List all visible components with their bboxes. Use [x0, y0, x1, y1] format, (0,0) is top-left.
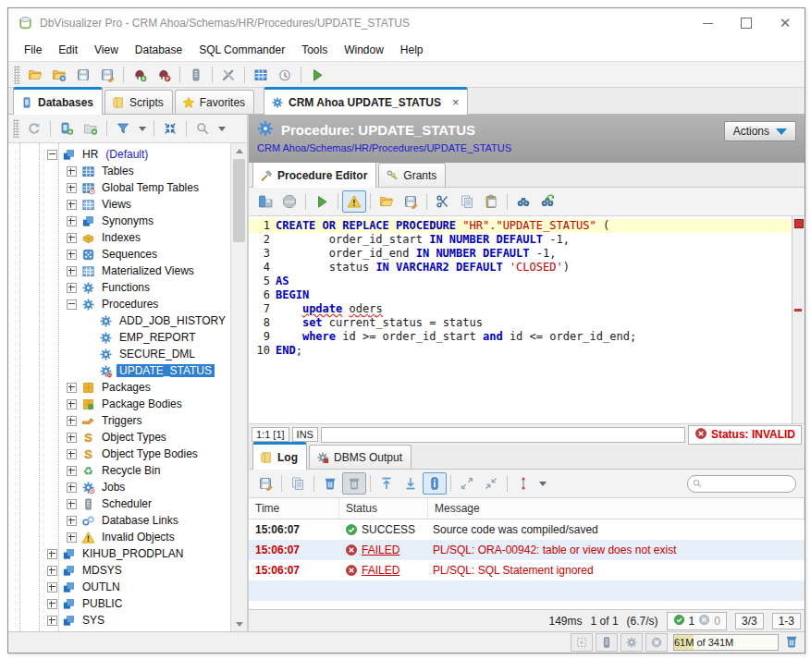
save-proc-button[interactable] [253, 190, 277, 213]
close-tab-icon[interactable]: × [452, 95, 460, 109]
menu-view[interactable]: View [86, 41, 127, 59]
menu-edit[interactable]: Edit [50, 41, 86, 59]
server-button[interactable] [184, 64, 208, 86]
collapse-icon[interactable] [67, 299, 77, 310]
log-table-header[interactable]: TimeStatusMessage [249, 498, 805, 519]
tree-item-triggers[interactable]: Triggers [8, 412, 230, 429]
search-button[interactable] [190, 117, 215, 140]
scroll-up-button[interactable] [231, 143, 247, 158]
tree-item-kihub-prodplan[interactable]: KIHUB_PRODPLAN [8, 545, 230, 562]
tab-log[interactable]: Log [252, 442, 307, 470]
menu-window[interactable]: Window [336, 41, 392, 59]
expand-icon[interactable] [67, 449, 77, 459]
tree-item-recycle-bin[interactable]: ♻Recycle Bin [8, 462, 230, 479]
tree-item-functions[interactable]: Functions [8, 279, 230, 296]
tasks-button[interactable] [621, 633, 643, 652]
breadcrumb[interactable]: CRM Ahoa/Schemas/HR/Procedures/UPDATE_ST… [257, 142, 797, 153]
column-header-time[interactable]: Time [249, 498, 339, 519]
menu-sql-commander[interactable]: SQL Commander [190, 41, 293, 59]
expand-icon[interactable] [67, 250, 77, 260]
tab-scripts[interactable]: Scripts [104, 90, 173, 114]
maximize-button[interactable] [727, 8, 766, 38]
garbage-collect-button[interactable] [784, 634, 799, 651]
tree-item-object-type-bodies[interactable]: SObject Type Bodies [8, 446, 230, 462]
log-row[interactable]: 15:06:07FAILEDPL/SQL: SQL Statement igno… [249, 560, 805, 580]
code-line[interactable]: 4 status IN VARCHAR2 DEFAULT 'CLOSED') [249, 261, 792, 275]
menu-help[interactable]: Help [392, 41, 432, 59]
tree-item-tables[interactable]: Tables [8, 163, 230, 179]
filter-button[interactable] [111, 117, 135, 140]
menu-database[interactable]: Database [127, 41, 190, 59]
collapse-all-button[interactable] [158, 117, 182, 140]
expand-icon[interactable] [67, 483, 77, 493]
tree-item-secure-dml[interactable]: SECURE_DML [8, 346, 230, 362]
tree-item-indexes[interactable]: Indexes [8, 229, 230, 246]
folder-gear-button[interactable] [47, 64, 71, 86]
tree-item-synonyms[interactable]: Synonyms [8, 213, 230, 229]
expand-icon[interactable] [47, 566, 57, 576]
scrollbar-thumb[interactable] [233, 159, 245, 242]
tree-item-outln[interactable]: OUTLN [8, 579, 230, 595]
disconnect-button[interactable] [152, 64, 176, 86]
marker-button[interactable] [511, 472, 535, 495]
expand-button[interactable] [455, 472, 479, 495]
warn-button[interactable] [342, 190, 366, 213]
conn-new-button[interactable] [55, 117, 79, 140]
expand-icon[interactable] [67, 466, 77, 476]
tab-grants[interactable]: Grants [378, 163, 446, 187]
trash-blue-button[interactable] [318, 472, 342, 495]
to-top-button[interactable] [375, 472, 399, 495]
code-line[interactable]: 1CREATE OR REPLACE PROCEDURE "HR"."UPDAT… [249, 219, 792, 233]
dropdown-caret-icon[interactable] [218, 127, 226, 131]
tree-item-invalid-objects[interactable]: Invalid Objects [8, 529, 230, 545]
to-bottom-button[interactable] [399, 472, 423, 495]
memory-gauge[interactable]: 61M of 341M [673, 634, 779, 651]
code-line[interactable]: 5AS [249, 275, 792, 288]
expand-icon[interactable] [67, 516, 77, 526]
find-button[interactable] [511, 190, 535, 213]
save-edit-button[interactable] [253, 472, 277, 495]
tools-button[interactable] [216, 64, 240, 86]
tree-item-procedures[interactable]: Procedures [8, 296, 230, 312]
log-search-box[interactable] [687, 475, 796, 493]
tab-favorites[interactable]: Favorites [175, 90, 254, 114]
log-row[interactable]: 15:06:07FAILEDPL/SQL: ORA-00942: table o… [249, 540, 805, 560]
collapse-button[interactable] [479, 472, 503, 495]
connections-button[interactable] [596, 633, 618, 652]
expand-icon[interactable] [67, 166, 77, 177]
refresh-button[interactable] [22, 117, 46, 140]
folder-open-button[interactable] [23, 64, 47, 86]
copy-button[interactable] [286, 472, 310, 495]
expand-icon[interactable] [47, 599, 57, 609]
dropdown-caret-icon[interactable] [539, 482, 547, 486]
code-line[interactable]: 6BEGIN [249, 288, 792, 302]
clock-button[interactable] [273, 64, 297, 86]
tree-item-update-status[interactable]: UPDATE_STATUS [8, 362, 230, 379]
expand-icon[interactable] [47, 582, 57, 593]
expand-icon[interactable] [67, 266, 77, 276]
tree-item-package-bodies[interactable]: Package Bodies [8, 396, 230, 412]
tab-document[interactable]: CRM Ahoa UPDATE_STATUS× [264, 87, 468, 115]
dropdown-caret-icon[interactable] [139, 127, 146, 131]
layout-button[interactable] [571, 633, 593, 652]
tree-item-sys[interactable]: SYS [8, 612, 230, 629]
save-button[interactable] [71, 64, 95, 86]
expand-icon[interactable] [67, 183, 77, 193]
tree-item-views[interactable]: Views [8, 196, 230, 213]
paste-button[interactable] [479, 190, 503, 213]
actions-button[interactable]: Actions [724, 121, 796, 141]
tree-item-sequences[interactable]: Sequences [8, 246, 230, 263]
sql-editor[interactable]: 1CREATE OR REPLACE PROCEDURE "HR"."UPDAT… [249, 216, 805, 424]
tree-item-scheduler[interactable]: Scheduler [8, 495, 230, 512]
tree-item-emp-report[interactable]: EMP_REPORT [8, 329, 230, 346]
code-line[interactable]: 2 order_id_start IN NUMBER DEFAULT -1, [249, 233, 792, 247]
expand-icon[interactable] [67, 233, 77, 243]
stop-button[interactable]: STOP [277, 190, 301, 213]
column-header-message[interactable]: Message [428, 498, 805, 519]
code-line[interactable]: 8 set current_status = status [249, 316, 792, 330]
expand-icon[interactable] [67, 200, 77, 210]
expand-icon[interactable] [67, 433, 77, 443]
collapse-icon[interactable] [47, 150, 57, 160]
trash-gray-button[interactable] [342, 472, 366, 495]
code-line[interactable]: 7 update oders [249, 302, 792, 316]
